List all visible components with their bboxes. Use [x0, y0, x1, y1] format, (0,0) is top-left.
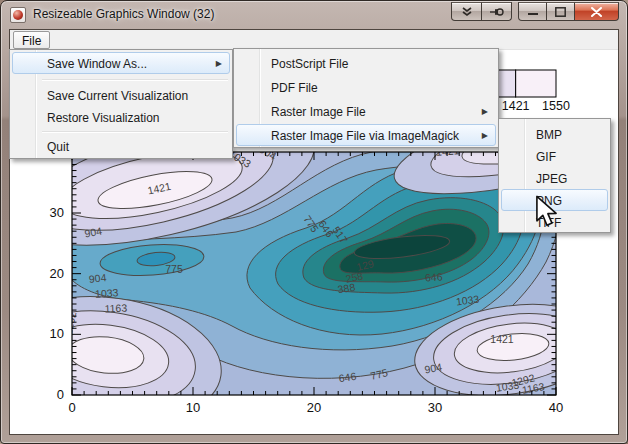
menuitem-raster-image-file[interactable]: Raster Image File ▶	[236, 100, 496, 122]
menuitem-quit[interactable]: Quit	[12, 135, 230, 157]
window-title: Resizeable Graphics Window (32)	[33, 7, 214, 21]
svg-text:10: 10	[50, 326, 64, 341]
submenu-arrow-icon: ▶	[216, 53, 222, 75]
maximize-button[interactable]	[546, 2, 575, 21]
svg-text:1163: 1163	[104, 302, 127, 315]
file-dropdown-menu: Save Window As... ▶ Save Current Visuali…	[9, 49, 233, 159]
svg-text:646: 646	[338, 370, 357, 384]
save-window-as-submenu: PostScript File PDF File Raster Image Fi…	[233, 48, 499, 148]
svg-text:1421: 1421	[490, 333, 514, 345]
menubar: File	[10, 30, 618, 50]
minimize-button[interactable]	[518, 2, 547, 21]
menu-file[interactable]: File	[13, 31, 50, 49]
menuitem-postscript-file[interactable]: PostScript File	[236, 52, 496, 74]
menu-separator	[42, 79, 228, 80]
app-window: Resizeable Graphics Window (32)	[0, 0, 628, 444]
pin-icon	[490, 7, 504, 17]
app-icon	[10, 7, 26, 23]
menu-separator	[42, 131, 228, 132]
svg-text:0: 0	[57, 387, 64, 402]
menuitem-save-current-visualization[interactable]: Save Current Visualization	[12, 84, 230, 106]
minimize-icon	[528, 7, 538, 16]
menuitem-save-window-as[interactable]: Save Window As... ▶	[12, 52, 230, 74]
menuitem-gif[interactable]: GIF	[501, 145, 608, 167]
chevron-double-down-icon	[461, 6, 473, 18]
svg-text:20: 20	[307, 400, 321, 415]
menuitem-pdf-file[interactable]: PDF File	[236, 76, 496, 98]
close-icon	[591, 7, 602, 17]
svg-text:40: 40	[549, 400, 563, 415]
menuitem-restore-visualization[interactable]: Restore Visualization	[12, 106, 230, 128]
menuitem-raster-image-file-via-imagemagick[interactable]: Raster Image File via ImageMagick ▶	[236, 124, 496, 146]
svg-text:1033: 1033	[95, 286, 119, 300]
svg-text:0: 0	[68, 400, 75, 415]
shade-window-button[interactable]	[451, 2, 482, 21]
menuitem-jpeg[interactable]: JPEG	[501, 167, 608, 189]
titlebar[interactable]: Resizeable Graphics Window (32)	[1, 1, 627, 29]
svg-text:904: 904	[88, 271, 107, 285]
svg-text:646: 646	[425, 270, 443, 283]
submenu-arrow-icon: ▶	[482, 125, 488, 147]
svg-text:1421: 1421	[502, 99, 530, 113]
maximize-icon	[555, 7, 566, 17]
pin-window-button[interactable]	[481, 2, 512, 21]
mouse-cursor-icon	[535, 195, 561, 229]
svg-text:30: 30	[50, 205, 64, 220]
svg-text:775: 775	[165, 263, 183, 275]
submenu-arrow-icon: ▶	[482, 101, 488, 123]
svg-text:30: 30	[428, 400, 442, 415]
svg-text:20: 20	[50, 266, 64, 281]
menuitem-bmp[interactable]: BMP	[501, 123, 608, 145]
svg-text:10: 10	[186, 400, 200, 415]
close-button[interactable]	[574, 2, 619, 21]
svg-text:1550: 1550	[542, 99, 570, 113]
